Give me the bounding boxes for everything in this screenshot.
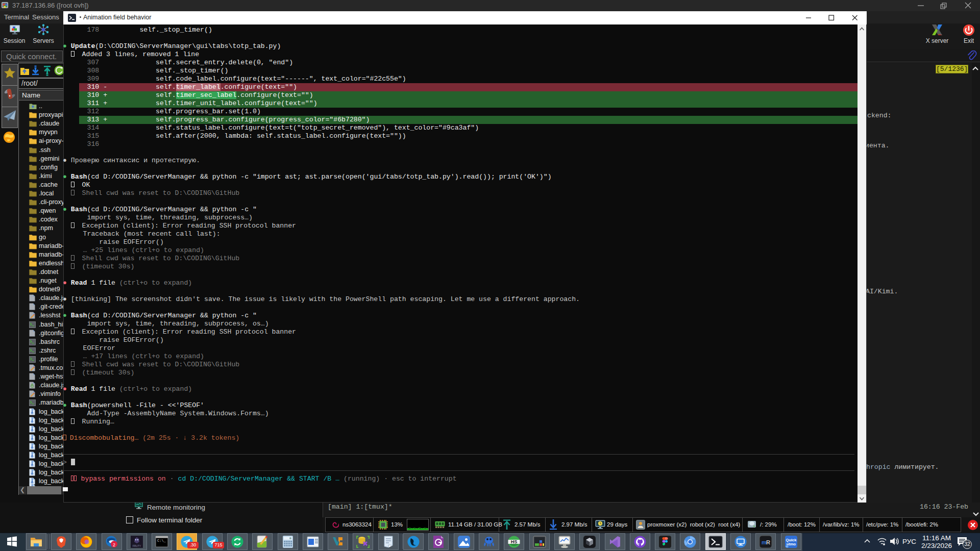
svg-text:R: R <box>766 539 770 545</box>
svg-text:utmo: utmo <box>787 542 796 546</box>
svg-text:FRUTY: FRUTY <box>133 544 141 547</box>
svg-text:HS: HS <box>511 539 518 544</box>
svg-text:C:\_: C:\_ <box>157 539 166 543</box>
svg-text:2: 2 <box>113 542 115 547</box>
